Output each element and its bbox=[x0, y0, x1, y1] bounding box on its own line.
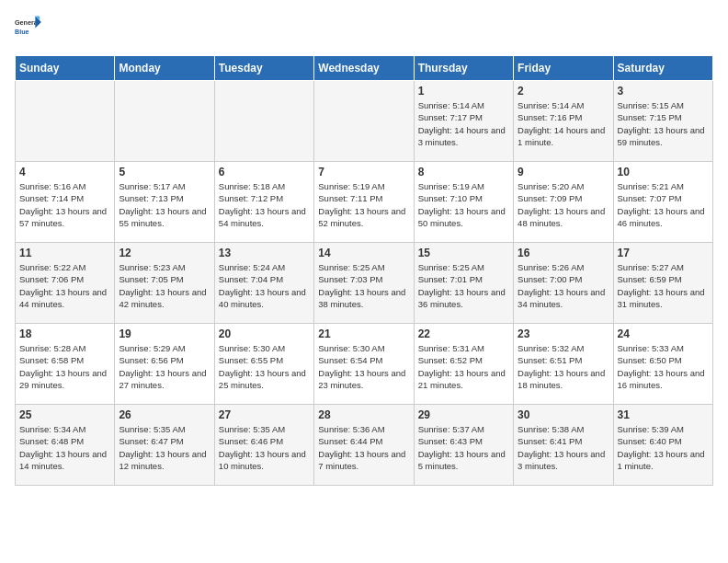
calendar-cell: 19Sunrise: 5:29 AM Sunset: 6:56 PM Dayli… bbox=[115, 324, 214, 405]
day-info: Sunrise: 5:29 AM Sunset: 6:56 PM Dayligh… bbox=[119, 342, 210, 391]
day-number: 19 bbox=[119, 327, 210, 340]
calendar-cell: 29Sunrise: 5:37 AM Sunset: 6:43 PM Dayli… bbox=[414, 405, 513, 486]
day-info: Sunrise: 5:35 AM Sunset: 6:47 PM Dayligh… bbox=[119, 423, 210, 472]
calendar-cell: 3Sunrise: 5:15 AM Sunset: 7:15 PM Daylig… bbox=[613, 81, 712, 162]
day-info: Sunrise: 5:31 AM Sunset: 6:52 PM Dayligh… bbox=[418, 342, 509, 391]
day-header-saturday: Saturday bbox=[613, 56, 712, 81]
day-number: 14 bbox=[318, 247, 409, 259]
day-info: Sunrise: 5:34 AM Sunset: 6:48 PM Dayligh… bbox=[19, 423, 110, 472]
day-info: Sunrise: 5:39 AM Sunset: 6:40 PM Dayligh… bbox=[618, 423, 709, 472]
calendar-cell: 13Sunrise: 5:24 AM Sunset: 7:04 PM Dayli… bbox=[214, 243, 313, 324]
calendar-header-row: SundayMondayTuesdayWednesdayThursdayFrid… bbox=[16, 56, 713, 81]
calendar-cell: 26Sunrise: 5:35 AM Sunset: 6:47 PM Dayli… bbox=[115, 405, 214, 486]
day-number: 7 bbox=[318, 166, 409, 178]
day-info: Sunrise: 5:22 AM Sunset: 7:06 PM Dayligh… bbox=[19, 261, 110, 310]
day-info: Sunrise: 5:37 AM Sunset: 6:43 PM Dayligh… bbox=[418, 423, 509, 472]
day-info: Sunrise: 5:38 AM Sunset: 6:41 PM Dayligh… bbox=[518, 423, 609, 472]
calendar-cell: 20Sunrise: 5:30 AM Sunset: 6:55 PM Dayli… bbox=[214, 324, 313, 405]
day-header-thursday: Thursday bbox=[414, 56, 513, 81]
day-number: 12 bbox=[119, 247, 210, 259]
day-info: Sunrise: 5:20 AM Sunset: 7:09 PM Dayligh… bbox=[518, 180, 609, 229]
day-header-sunday: Sunday bbox=[16, 56, 115, 81]
day-header-friday: Friday bbox=[514, 56, 613, 81]
logo: GeneralBlue bbox=[15, 15, 44, 44]
day-info: Sunrise: 5:30 AM Sunset: 6:54 PM Dayligh… bbox=[318, 342, 409, 391]
day-info: Sunrise: 5:25 AM Sunset: 7:01 PM Dayligh… bbox=[418, 261, 509, 310]
day-info: Sunrise: 5:26 AM Sunset: 7:00 PM Dayligh… bbox=[518, 261, 609, 310]
calendar-cell: 1Sunrise: 5:14 AM Sunset: 7:17 PM Daylig… bbox=[414, 81, 513, 162]
calendar-cell: 28Sunrise: 5:36 AM Sunset: 6:44 PM Dayli… bbox=[314, 405, 414, 486]
week-row-2: 4Sunrise: 5:16 AM Sunset: 7:14 PM Daylig… bbox=[16, 162, 713, 243]
week-row-1: 1Sunrise: 5:14 AM Sunset: 7:17 PM Daylig… bbox=[16, 81, 713, 162]
day-number: 11 bbox=[19, 247, 110, 259]
day-number: 27 bbox=[219, 408, 310, 421]
calendar-cell bbox=[115, 81, 214, 162]
day-info: Sunrise: 5:24 AM Sunset: 7:04 PM Dayligh… bbox=[219, 261, 310, 310]
day-number: 25 bbox=[19, 408, 110, 421]
day-number: 24 bbox=[618, 327, 709, 340]
calendar-cell: 12Sunrise: 5:23 AM Sunset: 7:05 PM Dayli… bbox=[115, 243, 214, 324]
calendar-cell: 5Sunrise: 5:17 AM Sunset: 7:13 PM Daylig… bbox=[115, 162, 214, 243]
day-number: 28 bbox=[318, 408, 409, 421]
calendar-cell: 14Sunrise: 5:25 AM Sunset: 7:03 PM Dayli… bbox=[314, 243, 414, 324]
page-header: GeneralBlue bbox=[15, 15, 713, 44]
day-info: Sunrise: 5:36 AM Sunset: 6:44 PM Dayligh… bbox=[318, 423, 409, 472]
calendar-cell: 6Sunrise: 5:18 AM Sunset: 7:12 PM Daylig… bbox=[214, 162, 313, 243]
calendar-cell: 21Sunrise: 5:30 AM Sunset: 6:54 PM Dayli… bbox=[314, 324, 414, 405]
calendar-cell bbox=[214, 81, 313, 162]
calendar-cell: 10Sunrise: 5:21 AM Sunset: 7:07 PM Dayli… bbox=[613, 162, 712, 243]
svg-text:Blue: Blue bbox=[15, 28, 29, 36]
day-number: 10 bbox=[618, 166, 709, 178]
day-info: Sunrise: 5:19 AM Sunset: 7:10 PM Dayligh… bbox=[418, 180, 509, 229]
calendar-cell: 2Sunrise: 5:14 AM Sunset: 7:16 PM Daylig… bbox=[514, 81, 613, 162]
calendar-cell: 11Sunrise: 5:22 AM Sunset: 7:06 PM Dayli… bbox=[16, 243, 115, 324]
day-number: 5 bbox=[119, 166, 210, 178]
day-number: 9 bbox=[518, 166, 609, 178]
calendar-cell bbox=[16, 81, 115, 162]
day-header-wednesday: Wednesday bbox=[314, 56, 414, 81]
calendar-cell: 25Sunrise: 5:34 AM Sunset: 6:48 PM Dayli… bbox=[16, 405, 115, 486]
day-info: Sunrise: 5:19 AM Sunset: 7:11 PM Dayligh… bbox=[318, 180, 409, 229]
day-info: Sunrise: 5:35 AM Sunset: 6:46 PM Dayligh… bbox=[219, 423, 310, 472]
calendar-cell: 22Sunrise: 5:31 AM Sunset: 6:52 PM Dayli… bbox=[414, 324, 513, 405]
day-number: 18 bbox=[19, 327, 110, 340]
day-number: 15 bbox=[418, 247, 509, 259]
calendar-cell: 18Sunrise: 5:28 AM Sunset: 6:58 PM Dayli… bbox=[16, 324, 115, 405]
calendar-cell: 15Sunrise: 5:25 AM Sunset: 7:01 PM Dayli… bbox=[414, 243, 513, 324]
calendar-cell: 30Sunrise: 5:38 AM Sunset: 6:41 PM Dayli… bbox=[514, 405, 613, 486]
day-info: Sunrise: 5:25 AM Sunset: 7:03 PM Dayligh… bbox=[318, 261, 409, 310]
day-info: Sunrise: 5:15 AM Sunset: 7:15 PM Dayligh… bbox=[618, 99, 709, 148]
day-number: 20 bbox=[219, 327, 310, 340]
day-number: 2 bbox=[518, 85, 609, 98]
week-row-5: 25Sunrise: 5:34 AM Sunset: 6:48 PM Dayli… bbox=[16, 405, 713, 486]
calendar-cell: 16Sunrise: 5:26 AM Sunset: 7:00 PM Dayli… bbox=[514, 243, 613, 324]
day-number: 22 bbox=[418, 327, 509, 340]
day-header-tuesday: Tuesday bbox=[214, 56, 313, 81]
day-number: 4 bbox=[19, 166, 110, 178]
day-info: Sunrise: 5:21 AM Sunset: 7:07 PM Dayligh… bbox=[618, 180, 709, 229]
calendar-cell: 23Sunrise: 5:32 AM Sunset: 6:51 PM Dayli… bbox=[514, 324, 613, 405]
day-info: Sunrise: 5:30 AM Sunset: 6:55 PM Dayligh… bbox=[219, 342, 310, 391]
calendar-cell: 9Sunrise: 5:20 AM Sunset: 7:09 PM Daylig… bbox=[514, 162, 613, 243]
day-number: 21 bbox=[318, 327, 409, 340]
day-info: Sunrise: 5:23 AM Sunset: 7:05 PM Dayligh… bbox=[119, 261, 210, 310]
calendar-cell: 7Sunrise: 5:19 AM Sunset: 7:11 PM Daylig… bbox=[314, 162, 414, 243]
day-number: 30 bbox=[518, 408, 609, 421]
day-info: Sunrise: 5:27 AM Sunset: 6:59 PM Dayligh… bbox=[618, 261, 709, 310]
calendar-cell: 24Sunrise: 5:33 AM Sunset: 6:50 PM Dayli… bbox=[613, 324, 712, 405]
day-info: Sunrise: 5:33 AM Sunset: 6:50 PM Dayligh… bbox=[618, 342, 709, 391]
day-number: 8 bbox=[418, 166, 509, 178]
day-info: Sunrise: 5:14 AM Sunset: 7:17 PM Dayligh… bbox=[418, 99, 509, 148]
day-number: 1 bbox=[418, 85, 509, 98]
day-info: Sunrise: 5:17 AM Sunset: 7:13 PM Dayligh… bbox=[119, 180, 210, 229]
day-info: Sunrise: 5:16 AM Sunset: 7:14 PM Dayligh… bbox=[19, 180, 110, 229]
day-number: 6 bbox=[219, 166, 310, 178]
day-number: 31 bbox=[618, 408, 709, 421]
day-info: Sunrise: 5:28 AM Sunset: 6:58 PM Dayligh… bbox=[19, 342, 110, 391]
day-number: 29 bbox=[418, 408, 509, 421]
day-info: Sunrise: 5:18 AM Sunset: 7:12 PM Dayligh… bbox=[219, 180, 310, 229]
calendar-cell: 31Sunrise: 5:39 AM Sunset: 6:40 PM Dayli… bbox=[613, 405, 712, 486]
calendar-cell: 27Sunrise: 5:35 AM Sunset: 6:46 PM Dayli… bbox=[214, 405, 313, 486]
calendar-cell: 17Sunrise: 5:27 AM Sunset: 6:59 PM Dayli… bbox=[613, 243, 712, 324]
week-row-4: 18Sunrise: 5:28 AM Sunset: 6:58 PM Dayli… bbox=[16, 324, 713, 405]
